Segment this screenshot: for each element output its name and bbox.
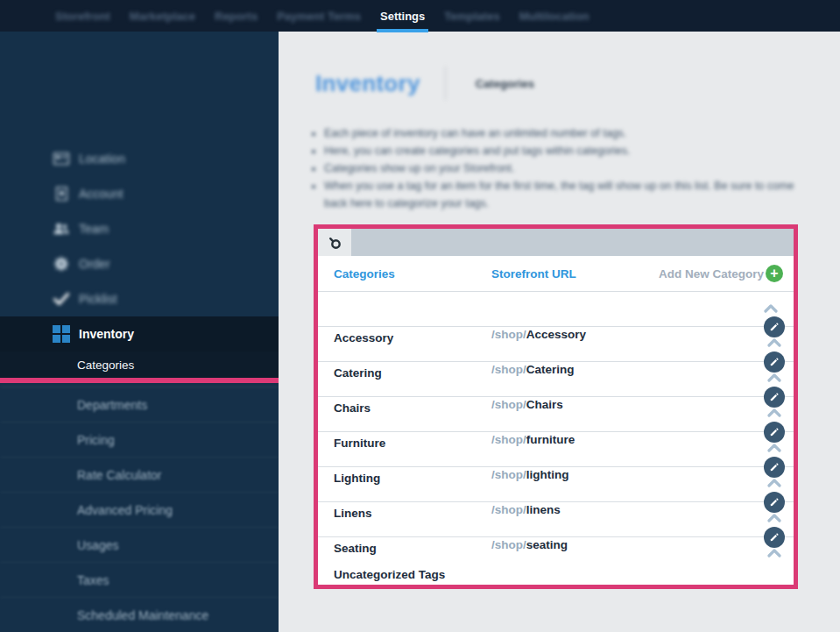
- url-slug: Accessory: [526, 328, 586, 341]
- sidebar-item-picklist[interactable]: Picklist: [0, 281, 279, 316]
- search-icon: [328, 236, 342, 250]
- url-prefix: /shop/: [491, 433, 526, 446]
- sidebar-item-order[interactable]: Order: [0, 246, 279, 281]
- category-name: Linens: [334, 507, 372, 520]
- add-category-button[interactable]: +: [766, 265, 783, 282]
- sidebar-item-label: Account: [79, 187, 124, 201]
- nav-settings[interactable]: Settings: [380, 10, 425, 23]
- edit-category-button[interactable]: [764, 527, 785, 548]
- url-slug: furniture: [526, 433, 575, 446]
- chevron-up-icon[interactable]: [764, 304, 778, 313]
- pencil-icon: [769, 532, 780, 543]
- info-bullet: Each piece of inventory can have an unli…: [324, 124, 804, 142]
- category-url[interactable]: /shop/lighting: [491, 468, 568, 481]
- sidebar: Location Account Team Order: [0, 32, 279, 632]
- url-slug: Catering: [526, 363, 575, 376]
- chevron-up-icon[interactable]: [767, 408, 781, 417]
- sidebar-item-label: Departments: [77, 398, 147, 412]
- nav-storefront[interactable]: Storefront: [55, 10, 110, 23]
- sidebar-item-label: Pricing: [77, 433, 115, 447]
- sidebar-sub-item[interactable]: Scheduled Maintenance: [0, 597, 279, 632]
- categories-highlight-bar: [0, 378, 279, 383]
- sidebar-item-label: Team: [79, 222, 109, 236]
- pencil-icon: [769, 462, 780, 472]
- category-url[interactable]: /shop/Catering: [491, 363, 575, 376]
- pencil-icon: [769, 392, 780, 402]
- search-button[interactable]: [318, 229, 351, 256]
- nav-reports[interactable]: Reports: [215, 10, 258, 23]
- tab-categories[interactable]: Categories: [476, 77, 534, 90]
- card-icon: [53, 150, 70, 167]
- table-row: Linens /shop/linens: [318, 501, 794, 536]
- nav-templates[interactable]: Templates: [444, 10, 499, 23]
- document-icon: [53, 185, 70, 202]
- url-slug: Chairs: [526, 398, 563, 411]
- edit-category-button[interactable]: [764, 352, 785, 373]
- table-header-row: Categories Storefront URL Add New Catego…: [318, 256, 794, 292]
- sidebar-sub-item[interactable]: Departments: [0, 387, 279, 422]
- table-row: Seating /shop/seating: [318, 536, 794, 572]
- edit-category-button[interactable]: [764, 316, 785, 337]
- sidebar-item-label: Order: [79, 257, 110, 271]
- category-name: Catering: [334, 366, 382, 380]
- category-url[interactable]: /shop/furniture: [491, 433, 575, 446]
- url-prefix: /shop/: [491, 363, 526, 376]
- url-prefix: /shop/: [491, 538, 526, 551]
- header-divider: [445, 67, 446, 100]
- pencil-icon: [769, 497, 780, 508]
- url-prefix: /shop/: [491, 468, 526, 481]
- nav-marketplace[interactable]: Marketplace: [130, 10, 195, 23]
- category-url[interactable]: /shop/seating: [491, 538, 568, 551]
- sidebar-item-label: Taxes: [77, 573, 109, 587]
- app-screen: Storefront Marketplace Reports Payment T…: [0, 0, 840, 632]
- page-header: Inventory Categories: [315, 67, 534, 100]
- sidebar-sub-item[interactable]: Usages: [0, 527, 279, 562]
- category-url[interactable]: /shop/Accessory: [491, 328, 586, 341]
- edit-category-button[interactable]: [764, 457, 785, 478]
- sidebar-item-label: Rate Calculator: [77, 468, 162, 482]
- sidebar-item-location[interactable]: Location: [0, 141, 279, 176]
- add-new-category-label[interactable]: Add New Category: [659, 267, 764, 280]
- sidebar-item-label: Inventory: [79, 327, 134, 341]
- sidebar-item-label: Picklist: [79, 292, 117, 306]
- table-row: Lighting /shop/lighting: [318, 466, 794, 501]
- sidebar-item-team[interactable]: Team: [0, 211, 279, 246]
- chevron-up-icon[interactable]: [767, 514, 781, 522]
- gear-icon: [53, 255, 70, 273]
- category-name: Chairs: [334, 401, 371, 415]
- uncategorized-tags-row: Uncategorized Tags: [318, 572, 794, 585]
- column-header-categories[interactable]: Categories: [334, 267, 395, 280]
- list-top-strip: [318, 292, 794, 326]
- sidebar-sub-item[interactable]: Advanced Pricing: [0, 492, 279, 527]
- chevron-up-icon[interactable]: [767, 479, 781, 487]
- pencil-icon: [769, 322, 780, 332]
- url-prefix: /shop/: [491, 398, 526, 411]
- table-toolbar: [318, 229, 794, 256]
- category-name: Accessory: [334, 331, 393, 344]
- edit-category-button[interactable]: [764, 422, 785, 443]
- column-header-storefront-url[interactable]: Storefront URL: [491, 267, 576, 280]
- sidebar-item-inventory[interactable]: Inventory: [0, 316, 279, 352]
- table-row: Chairs /shop/Chairs: [318, 396, 794, 431]
- sidebar-item-categories[interactable]: Categories: [0, 352, 279, 378]
- sidebar-sub-item[interactable]: Rate Calculator: [0, 457, 279, 492]
- pencil-icon: [769, 357, 780, 367]
- sidebar-sub-group: Departments Pricing Rate Calculator Adva…: [0, 387, 279, 632]
- sidebar-item-account[interactable]: Account: [0, 176, 279, 211]
- category-name: Furniture: [334, 437, 385, 450]
- category-url[interactable]: /shop/Chairs: [491, 398, 563, 411]
- url-slug: lighting: [526, 468, 569, 481]
- url-slug: seating: [526, 538, 568, 551]
- chevron-up-icon[interactable]: [767, 444, 781, 452]
- categories-table-highlight-box: Categories Storefront URL Add New Catego…: [314, 224, 798, 589]
- nav-payment-terms[interactable]: Payment Terms: [277, 10, 361, 23]
- sidebar-sub-item[interactable]: Taxes: [0, 562, 279, 597]
- chevron-up-icon[interactable]: [767, 373, 781, 382]
- chevron-up-icon[interactable]: [767, 549, 781, 557]
- nav-multilocation[interactable]: Multilocation: [519, 10, 589, 23]
- chevron-up-icon[interactable]: [767, 338, 781, 347]
- edit-category-button[interactable]: [764, 387, 785, 408]
- sidebar-sub-item[interactable]: Pricing: [0, 422, 279, 457]
- category-url[interactable]: /shop/linens: [491, 503, 561, 516]
- edit-category-button[interactable]: [764, 492, 785, 513]
